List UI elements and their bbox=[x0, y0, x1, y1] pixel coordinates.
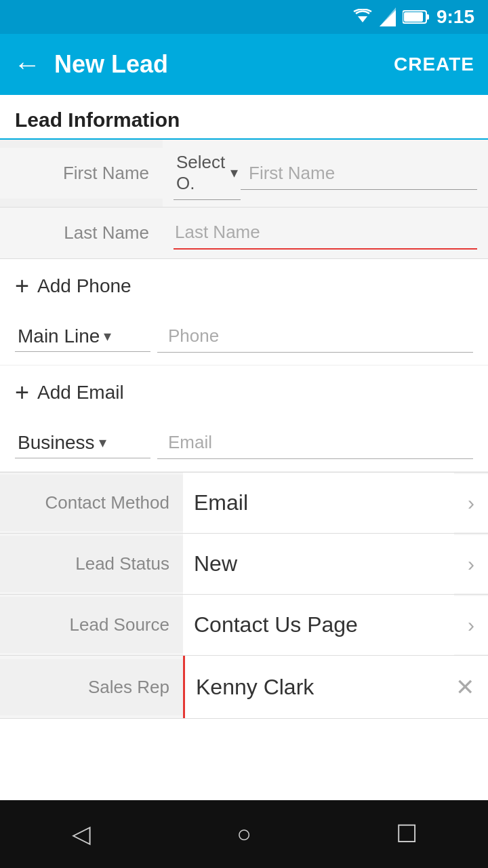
sales-rep-label: Sales Rep bbox=[0, 659, 183, 715]
clock-time: 9:15 bbox=[436, 6, 474, 28]
status-bar: 9:15 bbox=[0, 0, 488, 34]
create-button[interactable]: CREATE bbox=[394, 54, 474, 75]
page-title: New Lead bbox=[54, 50, 394, 79]
first-name-label: First Name bbox=[0, 148, 163, 199]
lead-source-row[interactable]: Lead Source Contact Us Page › bbox=[0, 595, 488, 656]
section-header: Lead Information bbox=[0, 95, 488, 140]
salutation-dropdown[interactable]: Select O. ▾ bbox=[174, 146, 241, 200]
add-email-row[interactable]: + Add Email bbox=[0, 366, 488, 420]
first-name-input[interactable] bbox=[241, 157, 477, 190]
battery-icon bbox=[403, 9, 430, 24]
bottom-nav: ◁ ○ ☐ bbox=[0, 800, 488, 868]
chevron-down-icon: ▾ bbox=[104, 328, 111, 345]
plus-icon: + bbox=[15, 380, 29, 405]
last-name-label: Last Name bbox=[0, 208, 163, 258]
email-input[interactable] bbox=[157, 427, 473, 459]
last-name-row: Last Name bbox=[0, 208, 488, 259]
phone-type-dropdown[interactable]: Main Line ▾ bbox=[15, 321, 150, 352]
last-name-input-wrap bbox=[163, 210, 488, 256]
phone-type-label: Main Line bbox=[18, 326, 100, 347]
contact-method-label: Contact Method bbox=[0, 475, 183, 531]
add-phone-row[interactable]: + Add Phone bbox=[0, 259, 488, 313]
chevron-right-icon: › bbox=[454, 474, 488, 532]
email-input-row: Business ▾ bbox=[0, 420, 488, 472]
svg-rect-4 bbox=[426, 14, 429, 20]
clear-sales-rep-button[interactable]: ✕ bbox=[442, 656, 488, 718]
email-type-label: Business bbox=[18, 432, 95, 454]
lead-source-label: Lead Source bbox=[0, 597, 183, 653]
chevron-down-icon: ▾ bbox=[99, 434, 106, 452]
wifi-icon bbox=[352, 9, 373, 25]
lead-source-value: Contact Us Page bbox=[183, 595, 454, 655]
plus-icon: + bbox=[15, 274, 29, 298]
lead-status-label: Lead Status bbox=[0, 536, 183, 592]
svg-marker-0 bbox=[358, 16, 367, 22]
status-icons bbox=[352, 7, 430, 26]
add-phone-label: Add Phone bbox=[37, 275, 131, 297]
chevron-down-icon: ▾ bbox=[230, 164, 238, 182]
first-name-row: First Name Select O. ▾ bbox=[0, 140, 488, 208]
contact-method-value: Email bbox=[183, 473, 454, 533]
table-section: Contact Method Email › Lead Status New ›… bbox=[0, 472, 488, 719]
sales-rep-value: Kenny Clark bbox=[185, 657, 442, 717]
back-nav-button[interactable]: ◁ bbox=[54, 807, 108, 861]
recents-nav-button[interactable]: ☐ bbox=[380, 807, 434, 861]
add-email-label: Add Email bbox=[37, 382, 124, 403]
home-nav-button[interactable]: ○ bbox=[217, 807, 271, 861]
svg-rect-5 bbox=[404, 12, 423, 22]
lead-status-value: New bbox=[183, 534, 454, 594]
contact-method-row[interactable]: Contact Method Email › bbox=[0, 472, 488, 534]
last-name-input[interactable] bbox=[174, 216, 477, 250]
app-bar: ← New Lead CREATE bbox=[0, 34, 488, 95]
first-name-input-area: Select O. ▾ bbox=[163, 140, 488, 207]
email-type-dropdown[interactable]: Business ▾ bbox=[15, 428, 150, 458]
chevron-right-icon: › bbox=[454, 596, 488, 654]
sales-rep-row[interactable]: Sales Rep Kenny Clark ✕ bbox=[0, 656, 488, 719]
back-button[interactable]: ← bbox=[14, 51, 41, 78]
sales-rep-value-wrap: Kenny Clark ✕ bbox=[183, 656, 488, 718]
phone-input[interactable] bbox=[157, 320, 473, 353]
chevron-right-icon: › bbox=[454, 535, 488, 593]
phone-input-row: Main Line ▾ bbox=[0, 313, 488, 366]
lead-status-row[interactable]: Lead Status New › bbox=[0, 534, 488, 595]
signal-icon bbox=[380, 7, 396, 26]
